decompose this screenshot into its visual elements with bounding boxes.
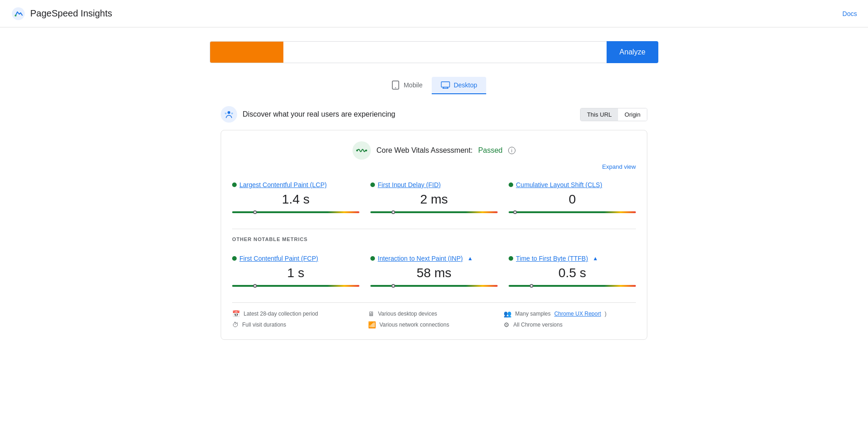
desktop-icon: [441, 81, 450, 89]
footer-full-visit-text: Full visit durations: [242, 322, 286, 328]
metric-inp-bar: [370, 284, 498, 288]
svg-rect-4: [441, 82, 450, 87]
network-icon: 📶: [368, 321, 376, 328]
other-metrics-grid: First Contentful Paint (FCP) 1 s Interac…: [232, 249, 636, 293]
metric-fcp-dot: [232, 256, 237, 261]
metric-fid-label-row: First Input Delay (FID): [370, 181, 498, 188]
samples-icon: 👥: [504, 310, 511, 317]
footer-full-visit: ⏱ Full visit durations: [232, 321, 364, 328]
chrome-icon: ⚙: [504, 321, 510, 328]
search-input-wrap: [210, 41, 607, 63]
expand-view-link[interactable]: Expand view: [232, 163, 636, 170]
metric-fid-label[interactable]: First Input Delay (FID): [378, 181, 441, 188]
metric-inp-label-row: Interaction to Next Paint (INP) ▲: [370, 255, 498, 262]
tabs-section: Mobile Desktop: [0, 68, 868, 99]
cwv-card: Core Web Vitals Assessment: Passed i Exp…: [221, 130, 647, 340]
svg-point-3: [395, 87, 396, 88]
metric-cls-indicator: [513, 210, 517, 214]
metric-lcp-label-row: Largest Contentful Paint (LCP): [232, 181, 359, 188]
metric-cls-track: [509, 211, 636, 213]
inp-warning-icon: ▲: [467, 255, 473, 262]
logo-area: PageSpeed Insights: [11, 6, 112, 21]
metric-lcp-track: [232, 211, 359, 213]
metric-fid: First Input Delay (FID) 2 ms: [370, 181, 498, 214]
cwv-icon: [353, 141, 371, 160]
metric-fid-indicator: [391, 210, 395, 214]
metric-lcp-label[interactable]: Largest Contentful Paint (LCP): [239, 181, 327, 188]
metric-inp-track: [370, 285, 498, 287]
tab-desktop[interactable]: Desktop: [432, 77, 486, 94]
footer-many-samples: 👥 Many samples Chrome UX Report ): [504, 310, 636, 317]
desktop-devices-icon: 🖥: [368, 310, 374, 317]
metric-inp: Interaction to Next Paint (INP) ▲ 58 ms: [370, 255, 498, 288]
footer-samples-text: Many samples: [515, 311, 550, 317]
tab-mobile[interactable]: Mobile: [382, 77, 432, 94]
ttfb-warning-icon: ▲: [592, 255, 598, 262]
metric-ttfb-dot: [509, 256, 513, 261]
svg-point-12: [365, 150, 367, 151]
app-title: PageSpeed Insights: [30, 8, 112, 19]
search-section: Analyze: [0, 27, 868, 68]
tab-desktop-label: Desktop: [454, 81, 477, 89]
docs-link[interactable]: Docs: [842, 10, 857, 17]
metric-ttfb-indicator: [530, 284, 533, 288]
footer-desktop-text: Various desktop devices: [378, 311, 437, 317]
primary-metrics-grid: Largest Contentful Paint (LCP) 1.4 s Fir…: [232, 176, 636, 220]
metric-lcp-dot: [232, 182, 237, 187]
real-users-section: Discover what your real users are experi…: [210, 99, 658, 340]
calendar-icon: 📅: [232, 310, 240, 317]
metric-inp-indicator: [391, 284, 395, 288]
footer-chrome-versions: ⚙ All Chrome versions: [504, 321, 636, 328]
svg-point-8: [228, 111, 230, 114]
metric-cls-dot: [509, 182, 513, 187]
mobile-icon: [391, 81, 400, 89]
metric-cls: Cumulative Layout Shift (CLS) 0: [509, 181, 636, 214]
cwv-title: Core Web Vitals Assessment:: [376, 146, 472, 155]
search-bar: Analyze: [210, 41, 658, 63]
metric-lcp-bar: [232, 210, 359, 214]
metric-cls-label[interactable]: Cumulative Layout Shift (CLS): [516, 181, 602, 188]
search-input[interactable]: [210, 42, 607, 63]
metric-fid-dot: [370, 182, 375, 187]
metric-ttfb-label[interactable]: Time to First Byte (TTFB): [516, 255, 588, 262]
metric-inp-dot: [370, 256, 375, 261]
cwv-header: Core Web Vitals Assessment: Passed i: [232, 141, 636, 163]
metrics-divider: [232, 229, 636, 229]
other-metrics-label: OTHER NOTABLE METRICS: [232, 236, 636, 242]
metric-lcp: Largest Contentful Paint (LCP) 1.4 s: [232, 181, 359, 214]
svg-point-11: [356, 150, 358, 151]
metric-fcp-value: 1 s: [232, 266, 359, 280]
footer-collection-text: Latest 28-day collection period: [244, 311, 318, 317]
metric-lcp-value: 1.4 s: [232, 192, 359, 207]
this-url-tab[interactable]: This URL: [580, 108, 618, 121]
metric-fcp-label[interactable]: First Contentful Paint (FCP): [239, 255, 318, 262]
cwv-info-icon[interactable]: i: [508, 147, 515, 154]
footer-collection-period: 📅 Latest 28-day collection period: [232, 310, 364, 317]
origin-tab[interactable]: Origin: [618, 108, 647, 121]
url-origin-tabs: This URL Origin: [580, 108, 647, 121]
metric-cls-value: 0: [509, 192, 636, 207]
metric-ttfb-bar: [509, 284, 636, 288]
svg-point-1: [15, 15, 16, 16]
footer-chrome-text: All Chrome versions: [513, 322, 562, 328]
metric-ttfb-label-row: Time to First Byte (TTFB) ▲: [509, 255, 636, 262]
timer-icon: ⏱: [232, 321, 239, 328]
analyze-button[interactable]: Analyze: [607, 41, 658, 63]
metric-cls-label-row: Cumulative Layout Shift (CLS): [509, 181, 636, 188]
footer-network-text: Various network connections: [380, 322, 450, 328]
metric-fcp: First Contentful Paint (FCP) 1 s: [232, 255, 359, 288]
metric-inp-value: 58 ms: [370, 266, 498, 280]
metric-fcp-track: [232, 285, 359, 287]
metric-inp-label[interactable]: Interaction to Next Paint (INP): [378, 255, 463, 262]
metric-fcp-label-row: First Contentful Paint (FCP): [232, 255, 359, 262]
chrome-ux-report-link[interactable]: Chrome UX Report: [554, 311, 601, 317]
metric-fid-bar: [370, 210, 498, 214]
svg-point-9: [225, 113, 227, 114]
real-users-header: Discover what your real users are experi…: [221, 99, 647, 130]
footer-desktop-devices: 🖥 Various desktop devices: [368, 310, 500, 317]
real-users-icon: [221, 106, 237, 123]
metric-cls-bar: [509, 210, 636, 214]
header: PageSpeed Insights Docs: [0, 0, 868, 27]
metric-lcp-indicator: [253, 210, 257, 214]
real-users-title-wrap: Discover what your real users are experi…: [221, 106, 395, 123]
